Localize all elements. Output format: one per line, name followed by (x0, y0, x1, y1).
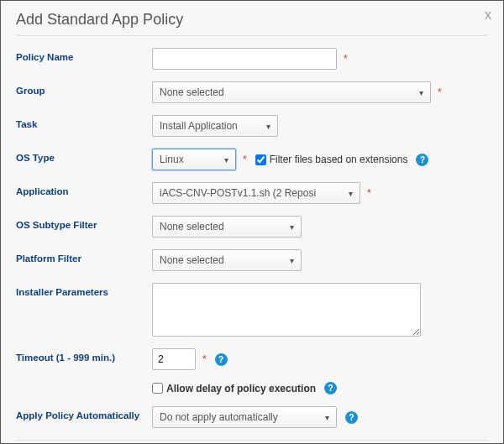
caret-down-icon: ▾ (419, 88, 423, 97)
filter-ext-wrapper[interactable]: Filter files based on extensions (255, 154, 408, 165)
row-group: Group None selected ▾ * (16, 81, 488, 103)
label-application: Application (16, 182, 152, 196)
label-empty (16, 382, 152, 386)
filter-extensions-label: Filter files based on extensions (270, 154, 408, 165)
caret-down-icon: ▾ (290, 256, 294, 265)
row-platform: Platform Filter None selected ▾ (16, 249, 488, 271)
required-mark: * (202, 353, 207, 365)
group-value: None selected (160, 86, 224, 98)
help-icon[interactable]: ? (324, 382, 337, 394)
application-select[interactable]: iACS-CNV-POSTv1.1.sh (2 Reposi ▾ (152, 182, 360, 204)
label-group: Group (16, 81, 152, 96)
apply-auto-value: Do not apply automatically (160, 411, 278, 423)
task-value: Install Application (160, 120, 238, 132)
required-mark: * (243, 154, 247, 165)
help-icon[interactable]: ? (416, 154, 428, 166)
row-allow-delay: Allow delay of policy execution ? (16, 382, 488, 394)
task-select[interactable]: Install Application ▾ (152, 115, 278, 137)
required-mark: * (367, 187, 371, 199)
caret-down-icon: ▾ (266, 122, 270, 131)
timeout-input[interactable] (152, 348, 196, 370)
dialog-footer: Cancel Save (16, 440, 488, 444)
add-standard-app-policy-dialog: Add Standard App Policy x Policy Name * … (1, 1, 503, 443)
label-apply-auto: Apply Policy Automatically (16, 406, 152, 420)
row-task: Task Install Application ▾ (16, 115, 488, 137)
label-os-type: OS Type (16, 149, 152, 163)
platform-filter-select[interactable]: None selected ▾ (152, 249, 302, 271)
row-apply-auto: Apply Policy Automatically Do not apply … (16, 406, 488, 428)
os-subtype-select[interactable]: None selected ▾ (152, 216, 302, 238)
row-os-subtype: OS Subtype Filter None selected ▾ (16, 216, 488, 238)
row-os-type: OS Type Linux ▾ * Filter files based on … (16, 149, 488, 170)
caret-down-icon: ▾ (349, 189, 353, 198)
os-type-select[interactable]: Linux ▾ (152, 149, 236, 170)
caret-down-icon: ▾ (325, 413, 329, 422)
required-mark: * (438, 86, 442, 98)
label-installer-params: Installer Parameters (16, 283, 152, 297)
row-policy-name: Policy Name * (16, 48, 488, 70)
policy-name-input[interactable] (152, 48, 337, 70)
row-timeout: Timeout (1 - 999 min.) * ? (16, 348, 488, 370)
application-value: iACS-CNV-POSTv1.1.sh (2 Reposi (160, 187, 316, 199)
help-icon[interactable]: ? (345, 411, 358, 424)
label-policy-name: Policy Name (16, 48, 152, 62)
allow-delay-checkbox[interactable] (152, 383, 163, 394)
allow-delay-wrapper[interactable]: Allow delay of policy execution (152, 383, 316, 394)
row-application: Application iACS-CNV-POSTv1.1.sh (2 Repo… (16, 182, 488, 204)
help-icon[interactable]: ? (215, 353, 228, 366)
close-icon[interactable]: x (485, 8, 491, 23)
os-type-value: Linux (160, 154, 184, 165)
caret-down-icon: ▾ (290, 222, 294, 232)
dialog-header: Add Standard App Policy x (16, 11, 488, 36)
label-timeout: Timeout (1 - 999 min.) (16, 348, 152, 363)
required-mark: * (344, 53, 348, 65)
caret-down-icon: ▾ (224, 155, 228, 165)
filter-extensions-checkbox[interactable] (255, 154, 266, 165)
os-subtype-value: None selected (160, 221, 224, 232)
dialog-title: Add Standard App Policy (16, 11, 183, 28)
installer-params-textarea[interactable] (152, 283, 421, 337)
label-platform: Platform Filter (16, 249, 152, 264)
row-installer-params: Installer Parameters (16, 283, 488, 337)
apply-auto-select[interactable]: Do not apply automatically ▾ (152, 406, 337, 428)
allow-delay-label: Allow delay of policy execution (166, 383, 316, 394)
platform-filter-value: None selected (160, 254, 224, 266)
group-select[interactable]: None selected ▾ (152, 81, 431, 103)
label-os-subtype: OS Subtype Filter (16, 216, 152, 230)
label-task: Task (16, 115, 152, 129)
form-body: Policy Name * Group None selected ▾ * Ta… (16, 48, 488, 440)
